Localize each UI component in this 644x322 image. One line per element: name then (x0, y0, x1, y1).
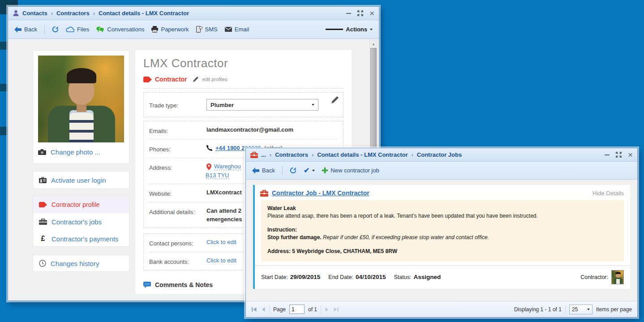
location-pin-icon (206, 163, 211, 170)
refresh-button[interactable] (52, 26, 59, 33)
pagination-bar: Page of 1 Displaying 1 - 1 of 1 25 Items… (246, 301, 637, 317)
page-label: Page (273, 306, 286, 313)
back-button[interactable]: Back (252, 167, 275, 174)
maximize-icon[interactable] (357, 9, 363, 17)
minimize-icon[interactable] (605, 151, 610, 159)
breadcrumb-separator: › (269, 151, 272, 158)
scroll-up-arrow[interactable]: ▲ (370, 40, 377, 47)
job-instruction-text: Stop further damage. Repair if under £50… (267, 234, 618, 241)
last-page-icon[interactable] (333, 307, 339, 312)
toolbar-separator (282, 166, 283, 175)
chevron-down-icon (587, 309, 590, 310)
minimize-icon[interactable] (346, 9, 351, 17)
breadcrumb-item[interactable]: Contact details - LMX Contractor (317, 151, 408, 158)
new-contractor-job-button[interactable]: New contractor job (322, 167, 379, 174)
bulk-complete-button[interactable]: ✔ (304, 166, 315, 175)
breadcrumb-separator: › (311, 151, 314, 158)
actions-button[interactable]: Actions (326, 26, 373, 33)
job-header: Contractor Job - LMX Contractor Hide Det… (255, 185, 630, 200)
edit-profiles-link[interactable]: edit profiles (202, 77, 228, 82)
back-button[interactable]: Back (14, 26, 37, 33)
items-per-page-label: Items per page (596, 306, 632, 313)
page-title: LMX Contractor (143, 56, 343, 70)
back-arrow-icon (252, 167, 259, 174)
contact-photo (38, 56, 124, 142)
email-value: landmaxcontractor@gmail.com (206, 126, 293, 133)
job-summary-title: Water Leak (267, 205, 618, 212)
photo-card: Change photo ... (33, 50, 129, 164)
prev-page-icon[interactable] (261, 307, 266, 312)
address-link[interactable]: B13 TYU (206, 172, 229, 179)
paperwork-button[interactable]: Paperwork (151, 26, 189, 33)
job-title-link[interactable]: Contractor Job - LMX Contractor (272, 189, 369, 197)
sms-button[interactable]: SMS (196, 26, 218, 33)
check-icon: ✔ (304, 166, 309, 175)
chevron-down-icon (370, 29, 373, 30)
breadcrumb-item[interactable]: Contacts (22, 10, 47, 17)
breadcrumb-separator: › (411, 151, 413, 158)
trade-type-section: Trade type: Plumber (143, 92, 343, 117)
activate-user-login-button[interactable]: Activate user login (33, 171, 129, 189)
pencil-icon (193, 77, 198, 82)
job-contractor: Contractor: (580, 270, 624, 284)
refresh-icon (290, 167, 296, 174)
hamburger-icon (326, 28, 343, 30)
close-icon[interactable]: × (628, 151, 633, 159)
page-number-input[interactable] (289, 305, 305, 314)
conversations-icon (96, 26, 104, 33)
refresh-button[interactable] (290, 167, 296, 174)
contractor-badge: Contractor (155, 76, 187, 83)
pagination-separator (269, 305, 270, 313)
next-page-icon[interactable] (325, 307, 329, 312)
tag-icon (143, 77, 152, 82)
sidebar-item-contractors-jobs[interactable]: Contractor's jobs (33, 213, 129, 230)
jobs-list: Contractor Job - LMX Contractor Hide Det… (246, 180, 637, 301)
jobs-window-titlebar[interactable]: ... › Contractors › Contact details - LM… (246, 148, 637, 162)
emails-row: Emails: landmaxcontractor@gmail.com (149, 121, 338, 139)
job-status: Status: Assigned (394, 274, 441, 280)
plus-icon (322, 167, 328, 173)
breadcrumb-item[interactable]: ... (261, 151, 266, 158)
job-card: Contractor Job - LMX Contractor Hide Det… (253, 185, 630, 289)
change-photo-button[interactable]: Change photo ... (38, 148, 124, 156)
contact-window-titlebar[interactable]: Contacts › Contractors › Contact details… (8, 7, 379, 20)
bank-accounts-edit-link[interactable]: Click to edit (206, 257, 236, 264)
contractor-avatar[interactable] (611, 270, 624, 284)
items-per-page-select[interactable]: 25 (569, 305, 592, 314)
job-instruction-label: Instruction: (267, 226, 618, 234)
conversations-button[interactable]: Conversations (96, 26, 144, 33)
page-count: of 1 (308, 306, 317, 313)
tag-icon (39, 202, 47, 207)
briefcase-red-icon (260, 190, 268, 197)
email-button[interactable]: Email (225, 26, 249, 33)
contact-window-toolbar: Back Files Conversations Paperwork (8, 20, 379, 39)
toolbar-separator (44, 25, 45, 34)
close-icon[interactable]: × (369, 9, 374, 17)
sidebar-item-contractor-profile[interactable]: Contractor profile (33, 196, 129, 213)
breadcrumb-item[interactable]: Contractors (56, 10, 90, 17)
trade-type-label: Trade type: (149, 101, 206, 109)
files-button[interactable]: Files (66, 26, 89, 33)
briefcase-red-icon (250, 152, 258, 158)
pound-icon: £ (39, 235, 47, 243)
first-page-icon[interactable] (251, 307, 258, 312)
changes-history-button[interactable]: Changes history (33, 255, 129, 272)
chevron-down-icon (312, 104, 314, 106)
sms-icon (196, 26, 202, 33)
job-footer: Start Date: 29/09/2015 End Date: 04/10/2… (255, 265, 630, 289)
hide-details-link[interactable]: Hide Details (592, 190, 624, 197)
address-link[interactable]: Wareghou (214, 163, 241, 170)
edit-pencil-icon[interactable] (331, 96, 339, 103)
sidebar-item-contractors-payments[interactable]: £ Contractor's payments (33, 230, 129, 247)
jobs-window-toolbar: Back ✔ New contractor job (246, 162, 637, 180)
job-summary-text: Please attend asap, there has been a rep… (267, 212, 618, 220)
user-icon (13, 10, 19, 17)
maximize-icon[interactable] (616, 151, 622, 159)
briefcase-icon (39, 219, 47, 225)
comment-icon (143, 282, 151, 288)
breadcrumb-item: Contractor Jobs (417, 151, 462, 158)
trade-type-select[interactable]: Plumber (206, 99, 318, 111)
breadcrumb-item[interactable]: Contractors (275, 151, 308, 158)
contact-persons-edit-link[interactable]: Click to edit (206, 239, 236, 245)
breadcrumb-separator: › (51, 10, 53, 17)
